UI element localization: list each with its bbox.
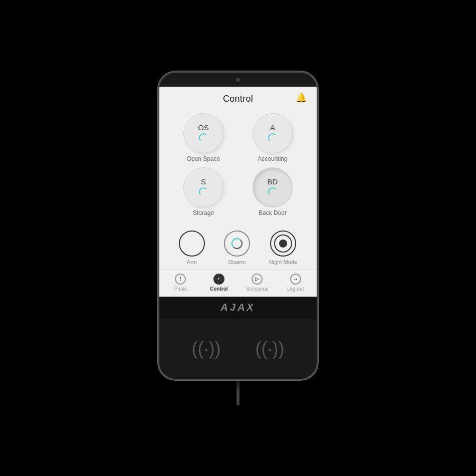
night-circle[interactable] bbox=[270, 230, 296, 257]
disarm-ring bbox=[231, 238, 243, 249]
ajax-branding-bar: AJAX bbox=[159, 297, 317, 319]
control-icon: + bbox=[213, 274, 224, 285]
panic-icon: ! bbox=[175, 274, 186, 285]
camera-lens bbox=[236, 78, 240, 82]
zone-circle-storage[interactable]: S bbox=[183, 167, 223, 207]
zone-label-accounting: Accounting bbox=[258, 155, 287, 162]
zone-circle-open-space[interactable]: OS bbox=[183, 113, 223, 153]
nav-item-control[interactable]: + Control bbox=[200, 274, 239, 292]
zone-circle-back-door[interactable]: BD bbox=[253, 167, 293, 207]
nfc-right-symbol: ((·)) bbox=[256, 338, 285, 359]
zone-spinner-back-door bbox=[268, 187, 277, 196]
night-icon-dot bbox=[279, 240, 287, 248]
zone-abbr-back-door: BD bbox=[268, 178, 278, 185]
scenarios-icon: ▷ bbox=[252, 274, 263, 285]
zone-label-storage: Storage bbox=[193, 209, 214, 216]
zone-abbr-storage: S bbox=[201, 178, 206, 185]
zone-abbr-accounting: A bbox=[270, 124, 275, 131]
nav-item-logout[interactable]: → Log out bbox=[277, 274, 315, 292]
screen: Control 🔔 OS Open Space A bbox=[159, 87, 317, 297]
disarm-label: Disarm bbox=[228, 259, 246, 265]
nav-label-logout: Log out bbox=[287, 286, 304, 292]
zone-item-storage[interactable]: S Storage bbox=[171, 167, 235, 216]
zone-item-back-door[interactable]: BD Back Door bbox=[241, 167, 305, 216]
device-wrapper: Control 🔔 OS Open Space A bbox=[158, 71, 318, 405]
disarm-action[interactable]: Disarm bbox=[224, 230, 250, 265]
zone-abbr-open-space: OS bbox=[198, 124, 209, 131]
nav-item-panic[interactable]: ! Panic bbox=[161, 274, 200, 292]
zone-spinner-open-space bbox=[199, 133, 208, 142]
zone-spinner-storage bbox=[199, 187, 208, 196]
cable bbox=[236, 380, 240, 405]
nav-label-scenarios: Scenarios bbox=[246, 286, 268, 292]
top-bezel bbox=[159, 73, 317, 87]
arm-label: Arm bbox=[187, 259, 197, 265]
bottom-nav: ! Panic + Control ▷ Scenarios → Log out bbox=[159, 269, 317, 297]
zone-label-back-door: Back Door bbox=[259, 209, 287, 216]
zone-circle-accounting[interactable]: A bbox=[253, 113, 293, 153]
ajax-logo: AJAX bbox=[220, 302, 255, 313]
zone-spinner-accounting bbox=[268, 133, 277, 142]
action-row: Arm Disarm Night Mode bbox=[159, 224, 317, 269]
arm-circle[interactable] bbox=[179, 230, 205, 257]
nfc-left-symbol: ((·)) bbox=[192, 338, 221, 359]
disarm-circle[interactable] bbox=[224, 230, 250, 257]
zone-label-open-space: Open Space bbox=[187, 155, 220, 162]
zone-grid: OS Open Space A Accounting S bbox=[159, 109, 317, 224]
zone-item-open-space[interactable]: OS Open Space bbox=[171, 113, 235, 162]
nfc-section: ((·)) ((·)) bbox=[159, 319, 317, 379]
zone-item-accounting[interactable]: A Accounting bbox=[241, 113, 305, 162]
arm-action[interactable]: Arm bbox=[179, 230, 205, 265]
nav-item-scenarios[interactable]: ▷ Scenarios bbox=[238, 274, 277, 292]
logout-icon: → bbox=[290, 274, 301, 285]
nav-label-control: Control bbox=[210, 286, 228, 292]
ajax-keypad-device: Control 🔔 OS Open Space A bbox=[158, 71, 318, 380]
nav-label-panic: Panic bbox=[174, 286, 187, 292]
app-title: Control bbox=[223, 94, 253, 104]
app-header: Control 🔔 bbox=[159, 87, 317, 109]
night-mode-action[interactable]: Night Mode bbox=[269, 230, 297, 265]
night-mode-label: Night Mode bbox=[269, 259, 297, 265]
night-icon bbox=[274, 234, 292, 253]
bell-icon[interactable]: 🔔 bbox=[296, 92, 307, 103]
